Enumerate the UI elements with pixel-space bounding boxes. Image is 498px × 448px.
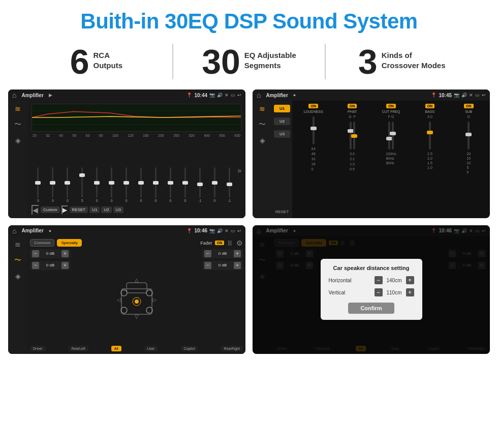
slider-8[interactable]: 0: [135, 167, 148, 202]
vertical-minus[interactable]: −: [375, 288, 383, 296]
status-icons-1: 📍 10:44 📷 🔊 ✕ ▭ ↩: [186, 93, 241, 98]
svg-text:▽: ▽: [135, 314, 139, 319]
db-minus-3[interactable]: −: [204, 250, 211, 257]
speaker-icon[interactable]: ◈: [15, 136, 21, 144]
db-minus-2[interactable]: −: [32, 262, 39, 269]
play-icon: ▶: [49, 93, 52, 98]
reset-button[interactable]: RESET: [70, 206, 88, 213]
ch-cutfreq: ON CUT FREQ F G 100Hz80Hz60Hz: [373, 104, 409, 215]
copilot-btn[interactable]: Copilot: [181, 346, 198, 351]
settings-icon[interactable]: ⚙: [236, 239, 243, 247]
slider-2[interactable]: 0: [46, 167, 59, 202]
phat-slider[interactable]: [334, 120, 370, 151]
slider-4[interactable]: 5: [76, 167, 89, 202]
fader-body: − 0 dB + − 0 dB +: [30, 249, 243, 344]
phat-toggle[interactable]: ON: [348, 104, 357, 108]
phat-notes: G F: [349, 115, 356, 118]
slider-5[interactable]: 0: [90, 167, 104, 202]
sub-slider[interactable]: [451, 120, 487, 151]
eq-icon[interactable]: ≋: [15, 105, 21, 113]
db-plus-2[interactable]: +: [61, 262, 69, 269]
dialog-title: Car speaker distance setting: [329, 265, 414, 271]
loudness-toggle[interactable]: ON: [308, 104, 318, 108]
preset-u3[interactable]: U3: [274, 130, 290, 138]
slider-11[interactable]: 0: [178, 167, 192, 202]
freq-labels: 2532 4050 6380 100125 160200 250320 4005…: [32, 134, 241, 139]
home-icon[interactable]: ⌂: [12, 91, 16, 99]
confirm-button[interactable]: Confirm: [348, 303, 394, 314]
rearleft-btn[interactable]: RearLeft: [69, 346, 88, 351]
prev-button[interactable]: ◀: [32, 205, 39, 215]
play-button[interactable]: ▶: [61, 205, 68, 215]
db-plus-1[interactable]: +: [61, 250, 69, 257]
db-plus-4[interactable]: +: [234, 262, 241, 269]
user-btn[interactable]: User: [144, 346, 158, 351]
dialog-vertical-row: Vertical − 110cm +: [329, 288, 414, 296]
sub-toggle[interactable]: ON: [464, 104, 474, 108]
wave-icon-3[interactable]: 〜: [14, 256, 21, 265]
home-icon-2[interactable]: ⌂: [257, 91, 261, 99]
db-minus-1[interactable]: −: [32, 250, 39, 257]
vertical-plus[interactable]: +: [406, 288, 414, 296]
eq-icon-2[interactable]: ≋: [259, 105, 265, 113]
loudness-vals: 644832160: [312, 147, 316, 171]
db-plus-3[interactable]: +: [234, 250, 241, 257]
amp-channel-controls: ON LOUDNESS 644832160 ON PHAT G F: [292, 101, 490, 218]
cutfreq-slider[interactable]: [373, 120, 409, 151]
slider-13[interactable]: 0: [208, 167, 221, 202]
ch-loudness: ON LOUDNESS 644832160: [295, 104, 331, 215]
reset-small[interactable]: RESET: [275, 210, 289, 214]
custom-button[interactable]: Custom: [41, 206, 60, 213]
preset-u2[interactable]: U2: [274, 117, 290, 125]
slider-7[interactable]: 0: [120, 167, 133, 202]
more-arrows-icon[interactable]: »: [237, 166, 241, 174]
loudness-slider[interactable]: [295, 115, 331, 145]
db-minus-4[interactable]: −: [204, 262, 211, 269]
close-icon-3: ✕: [225, 228, 229, 233]
all-btn[interactable]: All: [111, 346, 121, 351]
location-icon-2: 📍: [431, 93, 437, 98]
horizontal-minus[interactable]: −: [375, 276, 383, 284]
home-icon-3[interactable]: ⌂: [12, 227, 16, 235]
u3-button[interactable]: U3: [113, 206, 123, 213]
back-icon-3[interactable]: ↩: [237, 228, 241, 233]
horizontal-value: 140cm: [385, 278, 404, 283]
slider-14[interactable]: -1: [223, 167, 236, 202]
stat-number-crossover: 3: [358, 44, 378, 79]
back-icon-2[interactable]: ↩: [482, 93, 486, 98]
rearright-btn[interactable]: RearRight: [221, 346, 243, 351]
slider-3[interactable]: 0: [61, 167, 74, 202]
dialog-horizontal-row: Horizontal − 140cm +: [329, 276, 414, 284]
tab-specialty[interactable]: Specialty: [57, 239, 81, 247]
speaker-icon-2[interactable]: ◈: [260, 136, 265, 144]
slider-1[interactable]: 0: [32, 167, 45, 202]
back-icon[interactable]: ↩: [237, 93, 241, 98]
speaker-icon-3[interactable]: ◈: [15, 272, 21, 280]
u2-button[interactable]: U2: [101, 206, 111, 213]
volume-icon-3: 🔊: [217, 228, 223, 233]
window-icon-2: ▭: [475, 93, 480, 98]
stat-number-eq: 30: [202, 44, 240, 79]
slider-9[interactable]: 0: [149, 167, 163, 202]
slider-10[interactable]: 0: [164, 167, 177, 202]
bass-toggle[interactable]: ON: [425, 104, 435, 108]
screen1-title: Amplifier: [21, 93, 43, 98]
eq-icon-3[interactable]: ≋: [15, 241, 21, 249]
cutfreq-toggle[interactable]: ON: [386, 104, 396, 108]
wave-icon[interactable]: 〜: [14, 120, 21, 129]
fader-label: Fader: [200, 241, 212, 246]
sub-notes: G: [468, 115, 470, 118]
preset-u1[interactable]: U1: [274, 105, 290, 112]
volume-icon: 🔊: [217, 93, 223, 98]
bass-slider[interactable]: [412, 120, 448, 151]
horizontal-plus[interactable]: +: [406, 276, 414, 284]
fader-bars: |||: [228, 240, 232, 246]
slider-12[interactable]: -1: [193, 167, 206, 202]
wave-icon-2[interactable]: 〜: [259, 120, 266, 129]
screen3-time: 10:46: [194, 228, 207, 233]
slider-6[interactable]: 0: [105, 167, 118, 202]
horizontal-ctrl: − 140cm +: [375, 276, 414, 284]
driver-btn[interactable]: Driver: [30, 346, 46, 351]
tab-common[interactable]: Common: [30, 239, 54, 247]
u1-button[interactable]: U1: [89, 206, 100, 213]
